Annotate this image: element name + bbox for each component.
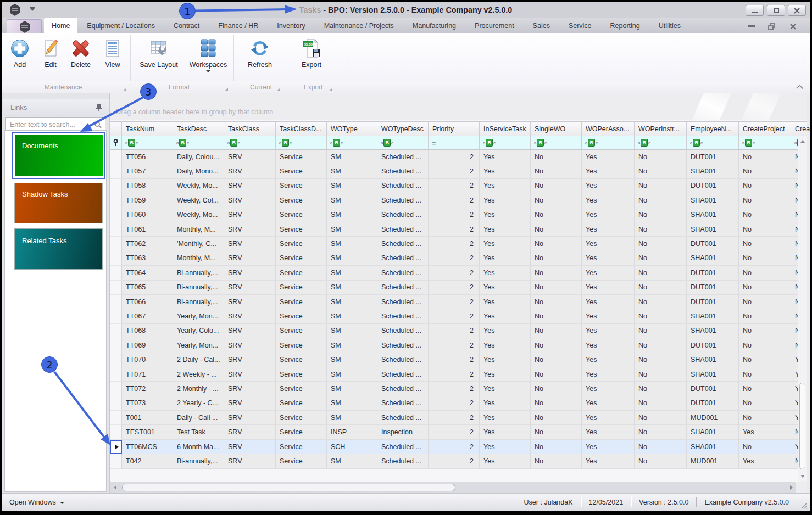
column-header-woperasso[interactable]: WOPerAsso... bbox=[582, 122, 635, 136]
table-row-tt057[interactable]: TT057Daily, Mono...SRVServiceSMScheduled… bbox=[110, 164, 798, 178]
column-header-wotype[interactable]: WOType bbox=[327, 122, 377, 136]
table-row-tt065[interactable]: TT065Bi-annually,...SRVServiceSMSchedule… bbox=[110, 281, 798, 295]
restore-button[interactable] bbox=[767, 5, 785, 16]
column-header-priority[interactable]: Priority bbox=[429, 122, 480, 136]
column-header-woperinstr[interactable]: WOPerInstr... bbox=[635, 122, 687, 136]
table-row-tt061[interactable]: TT061Monthly, M...SRVServiceSMScheduled … bbox=[110, 222, 798, 237]
table-row-tt072[interactable]: TT0722 Monthly - ...SRVServiceSMSchedule… bbox=[110, 382, 798, 396]
open-windows-button[interactable]: Open Windows bbox=[9, 494, 64, 511]
abc-filter-icon: aBc bbox=[279, 139, 292, 147]
column-header-employeen[interactable]: EmployeeN... bbox=[687, 122, 739, 136]
cell: Weekly, Mo... bbox=[173, 179, 224, 193]
table-row-tt062[interactable]: TT062'Monthly, C...SRVServiceSMScheduled… bbox=[110, 237, 798, 251]
filter-cell-tasknum[interactable]: aBc bbox=[122, 136, 173, 149]
table-row-tt058[interactable]: TT058Weekly, Mo...SRVServiceSMScheduled … bbox=[110, 179, 798, 193]
tab-procurement[interactable]: Procurement bbox=[465, 18, 524, 33]
tab-equipment-locations[interactable]: Equipment / Locations bbox=[77, 18, 164, 33]
close-button[interactable] bbox=[788, 5, 806, 16]
cell: DUT001 bbox=[687, 266, 739, 280]
table-row-tt069[interactable]: TT069Yearly, Mon...SRVServiceSMScheduled… bbox=[110, 338, 798, 352]
view-button[interactable]: View bbox=[92, 38, 133, 69]
cell: Service bbox=[276, 150, 327, 164]
vertical-scroll-thumb[interactable] bbox=[799, 383, 805, 469]
filter-cell-wotypedesc[interactable]: aBc bbox=[377, 136, 429, 149]
view-icon bbox=[102, 38, 123, 59]
cell: Daily, Mono... bbox=[173, 164, 224, 178]
refresh-button[interactable]: Refresh bbox=[240, 38, 280, 69]
scroll-up-icon[interactable] bbox=[800, 140, 805, 143]
table-row-tt064[interactable]: TT064Bi-annually,...SRVServiceSMSchedule… bbox=[110, 266, 798, 280]
table-row-t042[interactable]: T042Bi-annually,...SRVServiceSMScheduled… bbox=[110, 454, 798, 468]
table-row-tt068[interactable]: TT068Yearly, Colo...SRVServiceSMSchedule… bbox=[110, 324, 798, 338]
workspaces-button[interactable]: Workspaces bbox=[185, 38, 232, 72]
group-by-bar[interactable]: Drag a column header here to group by th… bbox=[110, 93, 807, 120]
table-row-tt071[interactable]: TT0712 Weekly - ...SRVServiceSMScheduled… bbox=[110, 367, 798, 382]
scroll-left-icon[interactable] bbox=[114, 485, 116, 490]
table-row-tt060[interactable]: TT060Weekly, Mo...SRVServiceSMScheduled … bbox=[110, 208, 798, 222]
horizontal-scroll-thumb[interactable] bbox=[122, 484, 455, 491]
cell: TEST001 bbox=[122, 425, 173, 439]
filter-cell-inservicetask[interactable]: aBc bbox=[480, 136, 531, 149]
table-row-t001[interactable]: T001Daily - Call ...SRVServiceSMSchedule… bbox=[110, 411, 798, 425]
application-button[interactable] bbox=[7, 19, 42, 33]
filter-cell-wotype[interactable]: aBc bbox=[327, 136, 377, 149]
cell: Yes bbox=[480, 150, 531, 164]
minimize-button[interactable] bbox=[746, 5, 764, 16]
column-header-wotypedesc[interactable]: WOTypeDesc bbox=[377, 122, 429, 136]
group-format-dialog-icon[interactable] bbox=[225, 88, 228, 91]
table-row-test001[interactable]: TEST001Test TaskSRVServiceINSPInspection… bbox=[110, 425, 798, 439]
save-layout-button[interactable]: Save Layout bbox=[134, 38, 183, 69]
vertical-scrollbar[interactable] bbox=[798, 136, 807, 482]
group-current-dialog-icon[interactable] bbox=[277, 88, 280, 91]
table-row-tt066[interactable]: TT066Bi-annually,...SRVServiceSMSchedule… bbox=[110, 295, 798, 309]
tab-inventory[interactable]: Inventory bbox=[268, 18, 314, 33]
group-maintenance-dialog-icon[interactable] bbox=[123, 88, 126, 91]
column-header-taskdesc[interactable]: TaskDesc bbox=[173, 122, 224, 136]
tab-utilities[interactable]: Utilities bbox=[649, 18, 690, 33]
table-row-tt056[interactable]: TT056Daily, Colou...SRVServiceSMSchedule… bbox=[110, 150, 798, 164]
column-header-taskclassd[interactable]: TaskClassD... bbox=[276, 122, 327, 136]
table-row-tt067[interactable]: TT067Yearly, Mon...SRVServiceSMScheduled… bbox=[110, 309, 798, 323]
link-button-documents[interactable]: Documents bbox=[15, 135, 103, 176]
filter-cell-taskclass[interactable]: aBc bbox=[224, 136, 276, 149]
table-row-tt070[interactable]: TT0702 Daily - Cal...SRVServiceSMSchedul… bbox=[110, 352, 798, 367]
tab-service[interactable]: Service bbox=[559, 18, 601, 33]
link-button-shadow-tasks[interactable]: Shadow Tasks bbox=[14, 183, 103, 223]
link-button-related-tasks[interactable]: Related Tasks bbox=[14, 228, 103, 270]
column-header-crea[interactable]: Crea... bbox=[791, 122, 810, 136]
filter-cell-taskclassd[interactable]: aBc bbox=[276, 136, 327, 149]
column-header-singlewo[interactable]: SingleWO bbox=[531, 122, 582, 136]
table-row-tt059[interactable]: TT059Weekly, Col...SRVServiceSMScheduled… bbox=[110, 193, 798, 208]
horizontal-scrollbar[interactable] bbox=[110, 482, 796, 493]
filter-cell-woperinstr[interactable]: aBc bbox=[635, 136, 687, 149]
filter-cell-createproject[interactable]: aBc bbox=[739, 136, 791, 149]
filter-cell-crea[interactable]: aBc bbox=[791, 136, 798, 149]
scroll-right-icon[interactable] bbox=[790, 485, 793, 490]
ribbon-minimize-icon[interactable] bbox=[748, 25, 755, 27]
tab-reporting[interactable]: Reporting bbox=[601, 18, 649, 33]
column-header-tasknum[interactable]: TaskNum bbox=[122, 122, 173, 136]
search-input[interactable]: Enter text to search... bbox=[5, 117, 105, 131]
tab-manufacturing[interactable]: Manufacturing bbox=[403, 18, 465, 33]
filter-cell-taskdesc[interactable]: aBc bbox=[173, 136, 224, 149]
tab-maintenance-projects[interactable]: Maintenance / Projects bbox=[315, 18, 403, 33]
pin-icon[interactable] bbox=[96, 104, 102, 111]
table-row-tt06mcs[interactable]: TT06MCS6 Month Ma...SRVServiceSCHSchedul… bbox=[110, 440, 798, 454]
tab-sales[interactable]: Sales bbox=[524, 18, 559, 33]
filter-cell-employeen[interactable]: aBc bbox=[687, 136, 739, 149]
table-row-tt063[interactable]: TT063Monthly, M...SRVServiceSMScheduled … bbox=[110, 251, 798, 266]
column-header-createproject[interactable]: CreateProject bbox=[739, 122, 791, 136]
status-item: Example Company v2.5.0.0 bbox=[697, 499, 797, 506]
group-export-dialog-icon[interactable] bbox=[329, 88, 332, 91]
tab-finance-hr[interactable]: Finance / HR bbox=[209, 18, 268, 33]
filter-cell-priority[interactable]: = bbox=[429, 136, 480, 149]
column-header-taskclass[interactable]: TaskClass bbox=[224, 122, 276, 136]
export-button[interactable]: XLSX Export bbox=[291, 38, 332, 69]
column-header-inservicetask[interactable]: InServiceTask bbox=[480, 122, 531, 136]
tab-contract[interactable]: Contract bbox=[164, 18, 209, 33]
tab-home[interactable]: Home bbox=[44, 18, 77, 33]
scroll-down-icon[interactable] bbox=[800, 475, 805, 478]
filter-cell-woperasso[interactable]: aBc bbox=[582, 136, 635, 149]
table-row-tt073[interactable]: TT0732 Yearly - C...SRVServiceSMSchedule… bbox=[110, 396, 798, 411]
filter-cell-singlewo[interactable]: aBc bbox=[531, 136, 582, 149]
